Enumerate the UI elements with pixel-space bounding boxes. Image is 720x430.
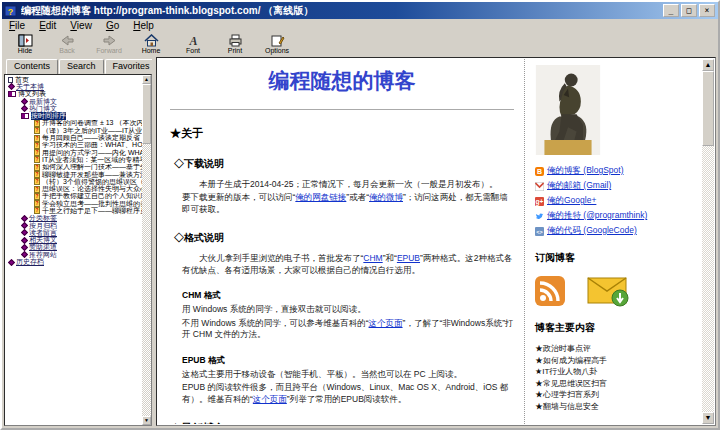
svg-text:A: A <box>188 34 197 47</box>
section-about: ★关于 <box>170 126 516 141</box>
diamond-icon <box>8 83 15 90</box>
forward-button[interactable]: Forward <box>88 34 130 57</box>
tree-item[interactable]: 分类标签 <box>6 215 142 222</box>
tree-item[interactable]: ?开博客的问卷调查 ± 13 （本次内容说明） <box>6 120 142 127</box>
back-button[interactable]: Back <box>46 34 88 57</box>
tab-contents[interactable]: Contents <box>6 59 58 75</box>
tree-item[interactable]: ?手把手教你建立自己的个人知识库 <box>6 193 142 200</box>
menu-go[interactable]: Go <box>99 20 126 31</box>
tree-item[interactable]: 按月归档 <box>6 222 142 229</box>
tree-item[interactable]: 历史存档 <box>6 258 142 265</box>
menu-help[interactable]: Help <box>126 20 161 31</box>
tree-scrollbar[interactable]: ▲ ▼ <box>142 75 151 425</box>
email-subscribe-icon[interactable] <box>587 275 631 307</box>
tree-item[interactable]: ?千里之行始于足下——聊聊程序员的自我修养 <box>6 207 142 214</box>
tree-scroll-up-icon[interactable]: ▲ <box>142 75 151 84</box>
menu-view[interactable]: View <box>63 20 99 31</box>
diamond-icon <box>21 215 28 222</box>
tree-item[interactable]: 关于本博 <box>6 83 142 90</box>
post-icon: ? <box>34 135 40 142</box>
home-button[interactable]: Home <box>130 34 172 57</box>
tree-item[interactable]: 读者留言 <box>6 229 142 236</box>
printer-icon <box>228 34 243 47</box>
close-button[interactable]: × <box>699 4 715 17</box>
inline-link[interactable]: CHM <box>363 253 382 263</box>
font-icon: A <box>186 34 201 47</box>
tree-item[interactable]: 相关博文 <box>6 237 142 244</box>
content-scroll-down-icon[interactable]: ▼ <box>702 412 714 424</box>
tree-item[interactable]: 赞助渠道 <box>6 244 142 251</box>
restore-button[interactable]: □ <box>681 4 697 17</box>
tree-item-label: 千里之行始于足下——聊聊程序员的自我修养 <box>42 207 142 214</box>
gmail-link[interactable]: 俺的邮箱 (Gmail) <box>535 180 698 192</box>
post-icon: ? <box>34 178 40 185</box>
tree-scroll-thumb[interactable] <box>142 84 151 144</box>
tree-item-label: 学习技术的三部曲：WHAT、HOW、WHY <box>42 142 142 149</box>
home-label: Home <box>142 47 161 54</box>
tree-item-label: 开博客的问卷调查 ± 13 （本次内容说明） <box>42 120 142 127</box>
tree-item-label: 聊聊敏捷开发那些事——兼谈方法论崇拜 <box>42 171 142 178</box>
tree-item[interactable]: 推荐网站 <box>6 251 142 258</box>
tree-item[interactable]: ?如何深入理解一门技术——基于分层 <box>6 164 142 171</box>
googleplus-link[interactable]: g+ 俺的Google+ <box>535 195 698 207</box>
tree-item[interactable]: ?思维误区：论选择性失明与大众心理 <box>6 185 142 192</box>
inline-link[interactable]: 俺的微博 <box>369 192 403 202</box>
main-content-item: ★常见思维误区扫盲 <box>535 378 698 390</box>
minimize-button[interactable]: _ <box>663 4 679 17</box>
tab-search[interactable]: Search <box>59 59 104 74</box>
inline-link[interactable]: 这个页面 <box>369 318 403 328</box>
tree-item[interactable]: ?（转）3个值得警惕的思维误区（上） <box>6 178 142 185</box>
main-content-item: ★翻墙与信息安全 <box>535 401 698 413</box>
tree-item-label: （译）3年之后的IT业——IT从业者们如何 <box>42 127 142 134</box>
googlecode-link[interactable]: <> 俺的代码 (GoogleCode) <box>535 225 698 237</box>
tree-item[interactable]: 按时间排序 <box>6 112 142 119</box>
rss-feed-icon[interactable] <box>535 276 565 306</box>
tree-item[interactable]: 最新博文 <box>6 98 142 105</box>
tree-scroll-down-icon[interactable]: ▼ <box>142 416 151 425</box>
back-arrow-icon <box>60 34 75 47</box>
tree-item[interactable]: ?聊聊敏捷开发那些事——兼谈方法论崇拜 <box>6 171 142 178</box>
inline-link[interactable]: EPUB <box>397 253 420 263</box>
options-button[interactable]: Options <box>256 34 298 57</box>
menu-file[interactable]: File <box>2 20 32 31</box>
text-run: 大伙儿拿到手里浏览的电子书，首批发布了“ <box>182 253 363 263</box>
svg-text:?: ? <box>8 6 14 16</box>
content-scroll-up-icon[interactable]: ▲ <box>702 59 714 71</box>
titlebar[interactable]: ? 编程随想的博客 http://program-think.blogspot.… <box>2 2 718 19</box>
tree-item[interactable]: ?学习技术的三部曲：WHAT、HOW、WHY <box>6 142 142 149</box>
chm-format-title: CHM 格式 <box>182 290 516 302</box>
tree-item[interactable]: ?学会独立思考——批判性思维的养成 <box>6 200 142 207</box>
text-run: 不用 Windows 系统的同学，可以参考维基百科的“ <box>182 318 369 328</box>
tree-item[interactable]: ?每月回顾自己——谈谈定期反省 <box>6 134 142 141</box>
menu-edit[interactable]: Edit <box>32 20 63 31</box>
contents-tree: 首页关于本博博文列表最新博文热门博文按时间排序?开博客的问卷调查 ± 13 （本… <box>6 76 142 424</box>
tree-item[interactable]: ?（译）3年之后的IT业——IT从业者们如何 <box>6 127 142 134</box>
tree-item[interactable]: ?IT从业者须知：某一区域的专精与拓展 <box>6 156 142 163</box>
googleplus-link-label: 俺的Google+ <box>547 195 596 207</box>
epub-format-title: EPUB 格式 <box>182 355 516 367</box>
content-scroll-thumb[interactable] <box>702 71 714 146</box>
tree-item-label: 赞助渠道 <box>29 244 57 251</box>
main-content-item: ★心理学扫盲系列 <box>535 389 698 401</box>
blogspot-link[interactable]: B 俺的博客 (BlogSpot) <box>535 165 698 177</box>
tree-item[interactable]: ?用提问的方式学习——内化 WHAT HOW WHY <box>6 149 142 156</box>
tab-favorites[interactable]: Favorites <box>105 59 158 74</box>
print-button[interactable]: Print <box>214 34 256 57</box>
thinker-statue-image <box>535 65 601 155</box>
tree-item[interactable]: 首页 <box>6 76 142 83</box>
content-scrollbar[interactable]: ▲ ▼ <box>702 59 714 424</box>
twitter-link[interactable]: 俺的推特 (@programthink) <box>535 210 698 222</box>
svg-text:B: B <box>537 168 542 175</box>
post-icon: ? <box>34 186 40 193</box>
hide-panel-icon <box>18 34 33 47</box>
font-button[interactable]: A Font <box>172 34 214 57</box>
text-run: ”和“ <box>383 253 397 263</box>
section-download: ◇下载说明 <box>174 157 516 171</box>
inline-link[interactable]: 这个页面 <box>253 394 287 404</box>
account-links: B 俺的博客 (BlogSpot) 俺的邮箱 (Gmail) <box>535 165 698 237</box>
tree-item[interactable]: 博文列表 <box>6 91 142 98</box>
tree-item-label: 思维误区：论选择性失明与大众心理 <box>42 185 142 192</box>
inline-link[interactable]: 俺的网盘链接 <box>295 192 346 202</box>
tree-item[interactable]: 热门博文 <box>6 105 142 112</box>
hide-button[interactable]: Hide <box>4 34 46 57</box>
